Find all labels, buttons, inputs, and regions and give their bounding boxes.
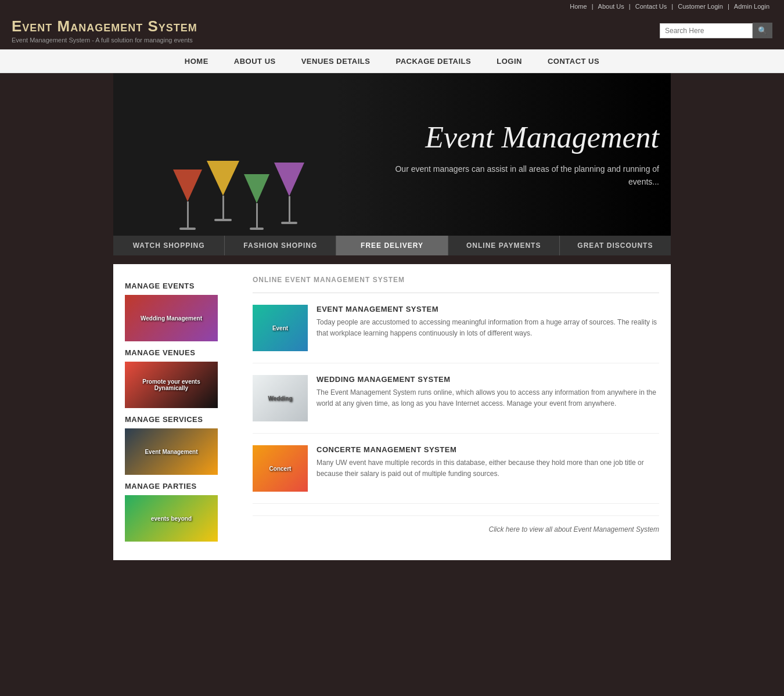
nav-venues[interactable]: VENUES DETAILS [289, 50, 383, 73]
topbar-contact-link[interactable]: Contact Us [635, 3, 667, 10]
sidebar-img-venues-label: Promote your events Dynamically [125, 362, 218, 408]
sidebar-section-parties-title: MANAGE PARTIES [125, 482, 241, 491]
brand: Event Management System Event Management… [12, 17, 197, 44]
nav-contact[interactable]: CONTACT US [535, 50, 612, 73]
search-button[interactable]: 🔍 [753, 23, 772, 38]
sidebar-img-parties[interactable]: events beyond [125, 495, 218, 542]
view-all-link[interactable]: Click here to view all about Event Manag… [489, 525, 659, 533]
content-text-event: Today people are accustomed to accessing… [317, 317, 659, 339]
tab-fashion-shoping[interactable]: FASHION SHOPING [225, 236, 336, 255]
content-img-concert: Concert [253, 445, 308, 492]
search-input[interactable] [660, 23, 753, 38]
nav-login[interactable]: LOGIN [484, 50, 535, 73]
top-bar: Home | About Us | Contact Us | Customer … [0, 0, 784, 13]
sidebar-img-venues[interactable]: Promote your events Dynamically [125, 362, 218, 408]
tab-great-discounts[interactable]: GREAT DISCOUNTS [560, 236, 671, 255]
footer-link-area: Click here to view all about Event Manag… [253, 515, 659, 533]
hero-text: Event Management Our event managers can … [364, 109, 671, 200]
tab-online-payments[interactable]: ONLINE PAYMENTS [448, 236, 560, 255]
content-body-event: EVENT MANAGEMENT SYSTEM Today people are… [317, 305, 659, 351]
content-img-wedding-label: Wedding [253, 375, 308, 421]
content-item-concert: Concert CONCERTE MANAGEMENT SYSTEM Many … [253, 445, 659, 504]
content-item-event: Event EVENT MANAGEMENT SYSTEM Today peop… [253, 305, 659, 363]
sidebar-img-services[interactable]: Event Management [125, 428, 218, 475]
content-body-concert: CONCERTE MANAGEMENT SYSTEM Many UW event… [317, 445, 659, 492]
sidebar-section-venues-title: MANAGE VENUES [125, 348, 241, 357]
content-title-concert: CONCERTE MANAGEMENT SYSTEM [317, 445, 659, 454]
sidebar-img-services-label: Event Management [125, 428, 218, 475]
right-content: ONLINE EVENT MANAGEMENT SYSTEM Event EVE… [253, 276, 659, 549]
sidebar-section-events-title: MANAGE EVENTS [125, 282, 241, 290]
banner-tabs: WATCH SHOPPING FASHION SHOPING FREE DELI… [113, 236, 671, 255]
content-body-wedding: WEDDING MANAGEMENT SYSTEM The Event Mana… [317, 375, 659, 421]
topbar-home-link[interactable]: Home [570, 3, 587, 10]
tab-watch-shopping[interactable]: WATCH SHOPPING [113, 236, 225, 255]
header: Event Management System Event Management… [0, 13, 784, 49]
hero-image [113, 73, 364, 236]
content-img-wedding: Wedding [253, 375, 308, 421]
sidebar-img-parties-label: events beyond [125, 495, 218, 542]
hero-title: Event Management [376, 121, 659, 154]
content-area: MANAGE EVENTS Wedding Management MANAGE … [125, 276, 659, 549]
main-nav: HOME ABOUT US VENUES DETAILS PACKAGE DET… [0, 49, 784, 73]
glass-2 [207, 161, 239, 221]
topbar-admin-login-link[interactable]: Admin Login [734, 3, 769, 10]
content-img-concert-label: Concert [253, 445, 308, 492]
content-img-event-label: Event [253, 305, 308, 351]
content-text-concert: Many UW event have multiple records in t… [317, 457, 659, 479]
glass-3 [244, 174, 269, 230]
site-title: Event Management System [12, 17, 197, 35]
content-img-event: Event [253, 305, 308, 351]
content-title-wedding: WEDDING MANAGEMENT SYSTEM [317, 375, 659, 384]
search-box: 🔍 [660, 23, 772, 38]
content-title-event: EVENT MANAGEMENT SYSTEM [317, 305, 659, 313]
nav-about[interactable]: ABOUT US [221, 50, 289, 73]
content-text-wedding: The Event Management System runs online,… [317, 387, 659, 409]
nav-home[interactable]: HOME [172, 50, 221, 73]
section-divider [253, 293, 659, 293]
nav-packages[interactable]: PACKAGE DETAILS [383, 50, 484, 73]
sidebar-section-services-title: MANAGE SERVICES [125, 415, 241, 424]
topbar-about-link[interactable]: About Us [598, 3, 624, 10]
sidebar-img-events-label: Wedding Management [125, 295, 218, 341]
section-title: ONLINE EVENT MANAGEMENT SYSTEM [253, 276, 659, 284]
glass-4 [274, 163, 304, 224]
sidebar-img-events[interactable]: Wedding Management [125, 295, 218, 341]
hero-description: Our event managers can assist in all are… [376, 163, 659, 189]
site-subtitle: Event Management System - A full solutio… [12, 37, 197, 44]
glass-1 [173, 170, 202, 230]
left-sidebar: MANAGE EVENTS Wedding Management MANAGE … [125, 276, 241, 549]
hero-banner: Event Management Our event managers can … [113, 73, 671, 236]
topbar-customer-login-link[interactable]: Customer Login [678, 3, 723, 10]
tab-free-delivery[interactable]: FREE DELIVERY [336, 236, 448, 255]
main-content: MANAGE EVENTS Wedding Management MANAGE … [113, 264, 671, 560]
content-item-wedding: Wedding WEDDING MANAGEMENT SYSTEM The Ev… [253, 375, 659, 434]
